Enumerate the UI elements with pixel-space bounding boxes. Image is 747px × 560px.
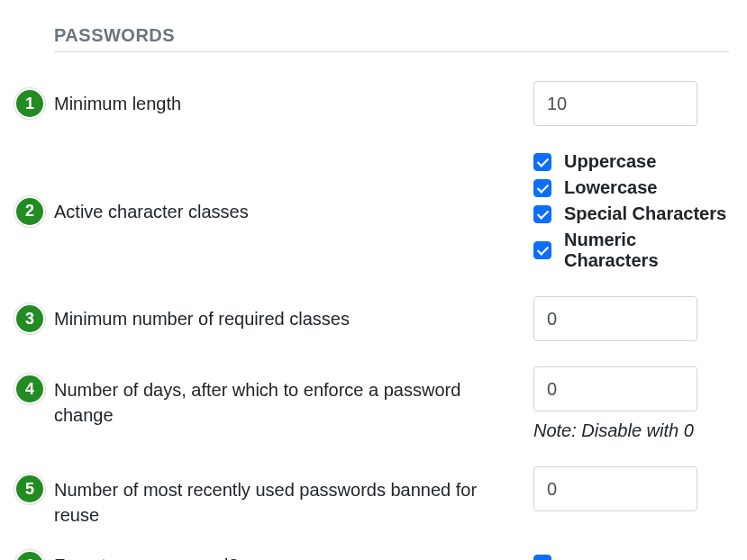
min-length-input[interactable] xyxy=(533,81,697,126)
uppercase-label[interactable]: Uppercase xyxy=(564,151,656,172)
check-row-numeric: Numeric Characters xyxy=(533,230,729,271)
control-min-classes xyxy=(533,296,697,341)
ban-reuse-input[interactable] xyxy=(533,466,697,511)
row-char-classes: 2 Active character classes Uppercase Low… xyxy=(54,151,729,271)
control-forgot-password xyxy=(533,555,697,561)
label-char-classes: Active character classes xyxy=(54,199,249,224)
step-badge-2: 2 xyxy=(16,198,43,225)
lowercase-checkbox[interactable] xyxy=(533,179,551,197)
step-badge-6: 6 xyxy=(16,552,43,560)
section-divider xyxy=(54,51,729,52)
label-wrap: Minimum number of required classes xyxy=(54,306,533,331)
label-wrap: Forgot your password? xyxy=(54,553,533,560)
control-enforce-days: Note: Disable with 0 xyxy=(533,366,697,441)
enforce-days-note: Note: Disable with 0 xyxy=(533,420,697,441)
label-wrap: Active character classes xyxy=(54,199,533,224)
row-forgot-password: 6 Forgot your password? xyxy=(54,553,729,560)
control-ban-reuse xyxy=(533,466,697,511)
label-wrap: Minimum length xyxy=(54,91,533,116)
label-wrap: Number of most recently used passwords b… xyxy=(54,466,533,528)
check-row-lowercase: Lowercase xyxy=(533,177,729,198)
special-chars-label[interactable]: Special Characters xyxy=(564,203,726,224)
label-wrap: Number of days, after which to enforce a… xyxy=(54,366,533,428)
step-badge-1: 1 xyxy=(16,90,43,117)
section-header-passwords: PASSWORDS xyxy=(54,25,729,46)
uppercase-checkbox[interactable] xyxy=(533,153,551,171)
check-row-special: Special Characters xyxy=(533,203,729,224)
special-chars-checkbox[interactable] xyxy=(533,205,551,223)
forgot-password-checkbox[interactable] xyxy=(533,555,551,561)
numeric-chars-checkbox[interactable] xyxy=(533,241,551,259)
step-badge-4: 4 xyxy=(16,375,43,402)
row-min-classes: 3 Minimum number of required classes xyxy=(54,296,729,341)
control-min-length xyxy=(533,81,697,126)
step-badge-3: 3 xyxy=(16,305,43,332)
check-row-uppercase: Uppercase xyxy=(533,151,729,172)
row-enforce-days: 4 Number of days, after which to enforce… xyxy=(54,366,729,441)
min-classes-input[interactable] xyxy=(533,296,697,341)
enforce-days-input[interactable] xyxy=(533,366,697,411)
row-ban-reuse: 5 Number of most recently used passwords… xyxy=(54,466,729,528)
row-min-length: 1 Minimum length xyxy=(54,81,729,126)
lowercase-label[interactable]: Lowercase xyxy=(564,177,657,198)
char-classes-group: Uppercase Lowercase Special Characters N… xyxy=(533,151,729,271)
label-forgot-password: Forgot your password? xyxy=(54,555,239,560)
numeric-chars-label[interactable]: Numeric Characters xyxy=(564,230,729,271)
label-min-classes: Minimum number of required classes xyxy=(54,309,350,329)
label-min-length: Minimum length xyxy=(54,94,181,113)
step-badge-5: 5 xyxy=(16,475,43,502)
label-enforce-days: Number of days, after which to enforce a… xyxy=(54,380,460,425)
label-ban-reuse: Number of most recently used passwords b… xyxy=(54,480,477,525)
